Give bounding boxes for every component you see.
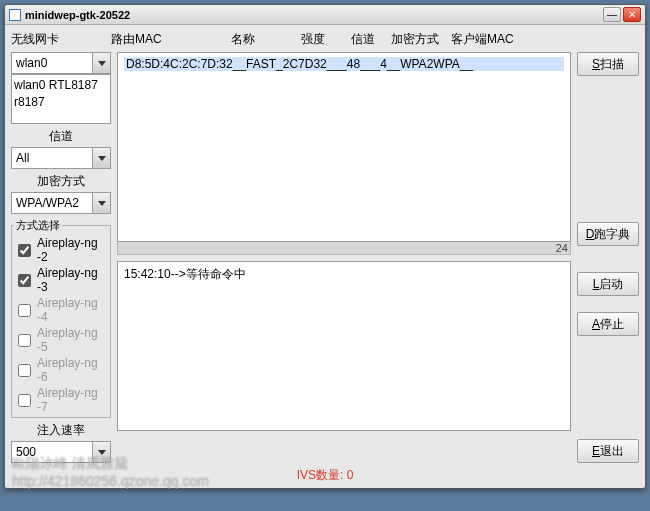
dict-button[interactable]: D跑字典 xyxy=(577,222,639,246)
encmode-label: 加密方式 xyxy=(11,173,111,190)
stop-button[interactable]: A停止 xyxy=(577,312,639,336)
injrate-label: 注入速率 xyxy=(11,422,111,439)
methods-legend: 方式选择 xyxy=(14,218,62,233)
method-checkbox[interactable] xyxy=(18,244,31,257)
header-wlancard: 无线网卡 xyxy=(11,31,111,48)
column-headers: 无线网卡 路由MAC 名称 强度 信道 加密方式 客户端MAC xyxy=(11,31,639,48)
titlebar[interactable]: minidwep-gtk-20522 — ✕ xyxy=(5,5,645,25)
method-option[interactable]: Aireplay-ng -6 xyxy=(14,355,108,385)
injrate-value: 500 xyxy=(16,445,36,459)
log-line: 15:42:10-->等待命令中 xyxy=(124,266,564,283)
wlan-adapter-value: wlan0 xyxy=(16,56,47,70)
methods-group: 方式选择 Aireplay-ng -2Aireplay-ng -3Airepla… xyxy=(11,218,111,418)
dropdown-arrow-icon[interactable] xyxy=(92,193,110,213)
method-label: Aireplay-ng -7 xyxy=(37,386,108,414)
app-icon xyxy=(9,9,21,21)
title-text: minidwep-gtk-20522 xyxy=(25,9,601,21)
method-label: Aireplay-ng -4 xyxy=(37,296,108,324)
scan-button[interactable]: S扫描 xyxy=(577,52,639,76)
method-option[interactable]: Aireplay-ng -5 xyxy=(14,325,108,355)
method-checkbox[interactable] xyxy=(18,304,31,317)
method-label: Aireplay-ng -5 xyxy=(37,326,108,354)
channel-value: All xyxy=(16,151,29,165)
method-option[interactable]: Aireplay-ng -3 xyxy=(14,265,108,295)
start-button[interactable]: L启动 xyxy=(577,272,639,296)
method-label: Aireplay-ng -6 xyxy=(37,356,108,384)
method-option[interactable]: Aireplay-ng -4 xyxy=(14,295,108,325)
method-checkbox[interactable] xyxy=(18,274,31,287)
scan-results-list[interactable]: D8:5D:4C:2C:7D:32__FAST_2C7D32___48___4_… xyxy=(117,52,571,242)
method-label: Aireplay-ng -3 xyxy=(37,266,108,294)
minimize-button[interactable]: — xyxy=(603,7,621,22)
exit-button[interactable]: E退出 xyxy=(577,439,639,463)
app-window: minidwep-gtk-20522 — ✕ 无线网卡 路由MAC 名称 强度 … xyxy=(4,4,646,489)
scan-result-row[interactable]: D8:5D:4C:2C:7D:32__FAST_2C7D32___48___4_… xyxy=(124,57,564,71)
wlan-adapter-detail[interactable]: wlan0 RTL8187 r8187 xyxy=(11,74,111,124)
header-name: 名称 xyxy=(231,31,301,48)
method-option[interactable]: Aireplay-ng -2 xyxy=(14,235,108,265)
channel-label: 信道 xyxy=(11,128,111,145)
header-channel: 信道 xyxy=(351,31,391,48)
channel-select[interactable]: All xyxy=(11,147,111,169)
method-label: Aireplay-ng -2 xyxy=(37,236,108,264)
scan-scroll-count: 24 xyxy=(117,242,571,255)
encmode-value: WPA/WPA2 xyxy=(16,196,79,210)
wlan-adapter-select[interactable]: wlan0 xyxy=(11,52,111,74)
dropdown-arrow-icon[interactable] xyxy=(92,148,110,168)
header-clientmac: 客户端MAC xyxy=(451,31,541,48)
method-checkbox[interactable] xyxy=(18,394,31,407)
injrate-select[interactable]: 500 xyxy=(11,441,111,463)
dropdown-arrow-icon[interactable] xyxy=(92,53,110,73)
close-button[interactable]: ✕ xyxy=(623,7,641,22)
header-routermac: 路由MAC xyxy=(111,31,231,48)
ivs-counter: IVS数量: 0 xyxy=(11,467,639,484)
method-checkbox[interactable] xyxy=(18,334,31,347)
method-option[interactable]: Aireplay-ng -7 xyxy=(14,385,108,415)
dropdown-arrow-icon[interactable] xyxy=(92,442,110,462)
method-checkbox[interactable] xyxy=(18,364,31,377)
encmode-select[interactable]: WPA/WPA2 xyxy=(11,192,111,214)
log-panel[interactable]: 15:42:10-->等待命令中 xyxy=(117,261,571,431)
header-enc: 加密方式 xyxy=(391,31,451,48)
header-strength: 强度 xyxy=(301,31,351,48)
